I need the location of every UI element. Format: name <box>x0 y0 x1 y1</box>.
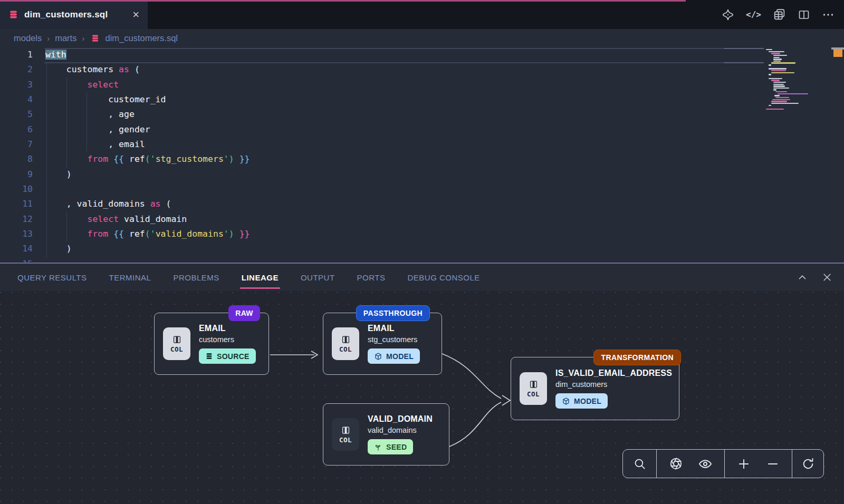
chevron-up-icon[interactable] <box>797 272 808 283</box>
eye-icon[interactable] <box>695 453 716 474</box>
breadcrumb-separator: › <box>47 34 50 43</box>
database-icon <box>205 352 213 360</box>
node-title: IS_VALID_EMAIL_ADDRESS <box>555 369 672 378</box>
close-panel-icon[interactable] <box>822 272 832 283</box>
copy-table-icon[interactable] <box>773 8 786 21</box>
column-icon: COL <box>520 372 547 405</box>
tab-output[interactable]: OUTPUT <box>301 273 335 282</box>
zoom-out-icon[interactable] <box>762 453 783 474</box>
breadcrumb-separator: › <box>82 34 84 43</box>
column-icon: COL <box>332 418 359 451</box>
cube-icon <box>562 397 570 405</box>
status-badge-passthrough: PASSTHROUGH <box>356 305 430 321</box>
tab-dim-customers[interactable]: dim_customers.sql × <box>0 0 148 29</box>
lineage-node-dim-customers[interactable]: TRANSFORMATION COL IS_VALID_EMAIL_ADDRES… <box>511 357 679 420</box>
panel-actions <box>797 272 832 283</box>
scrollbar-marker[interactable] <box>833 50 842 57</box>
aperture-icon[interactable] <box>665 453 686 474</box>
type-badge-source: SOURCE <box>199 348 256 364</box>
bottom-panel: QUERY RESULTS TERMINAL PROBLEMS LINEAGE … <box>0 263 844 504</box>
database-icon <box>91 34 100 43</box>
gutter: 123456789101112131415 <box>0 47 33 263</box>
status-badge-transformation: TRANSFORMATION <box>593 350 681 365</box>
node-title: VALID_DOMAIN <box>368 414 433 424</box>
tab-query-results[interactable]: QUERY RESULTS <box>17 273 87 282</box>
code-icon[interactable]: </> <box>746 9 761 20</box>
editor-tab-bar: dim_customers.sql × </> <box>0 0 844 29</box>
search-icon[interactable] <box>629 453 650 474</box>
lineage-toolbar <box>622 449 824 478</box>
seedling-icon <box>374 443 382 451</box>
tab-title: dim_customers.sql <box>24 9 108 20</box>
column-icon: COL <box>332 327 359 360</box>
tab-lineage[interactable]: LINEAGE <box>242 273 279 282</box>
dbt-icon[interactable] <box>722 8 734 21</box>
breadcrumb: models › marts › dim_customers.sql <box>0 29 844 47</box>
close-tab-icon[interactable]: × <box>132 9 139 21</box>
editor-actions: </> <box>722 0 835 29</box>
zoom-in-icon[interactable] <box>733 453 754 474</box>
node-subtitle: dim_customers <box>555 380 672 389</box>
panel-tab-bar: QUERY RESULTS TERMINAL PROBLEMS LINEAGE … <box>0 264 844 291</box>
current-line-border-top-right <box>724 48 764 49</box>
database-icon <box>8 9 18 20</box>
node-subtitle: valid_domains <box>368 426 433 434</box>
more-icon[interactable] <box>822 8 835 21</box>
tab-terminal[interactable]: TERMINAL <box>109 273 151 282</box>
node-title: EMAIL <box>199 324 256 333</box>
lineage-canvas[interactable]: RAW COL EMAIL customers <box>0 291 844 504</box>
node-subtitle: customers <box>199 335 256 344</box>
active-tab-accent-border <box>0 0 686 2</box>
status-badge-raw: RAW <box>228 305 260 321</box>
code-area: with customers as ( select customer_id ,… <box>45 47 250 263</box>
lineage-node-valid-domains[interactable]: COL VALID_DOMAIN valid_domains <box>323 403 449 466</box>
app-window: dim_customers.sql × </> <box>0 0 844 504</box>
refresh-icon[interactable] <box>798 453 819 474</box>
breadcrumb-item-file[interactable]: dim_customers.sql <box>105 33 178 43</box>
current-line-border-bottom-right <box>724 62 764 63</box>
split-editor-icon[interactable] <box>798 8 810 21</box>
minimap[interactable] <box>766 49 818 111</box>
node-title: EMAIL <box>368 324 420 333</box>
code-editor[interactable]: 123456789101112131415 with customers as … <box>0 47 844 263</box>
tab-debug-console[interactable]: DEBUG CONSOLE <box>408 273 480 282</box>
type-badge-model: MODEL <box>555 393 608 409</box>
type-badge-seed: SEED <box>368 439 413 454</box>
breadcrumb-item-models[interactable]: models <box>14 33 42 43</box>
breadcrumb-item-marts[interactable]: marts <box>55 33 76 43</box>
lineage-node-customers[interactable]: RAW COL EMAIL customers <box>154 313 269 375</box>
tab-problems[interactable]: PROBLEMS <box>173 273 219 282</box>
lineage-node-stg-customers[interactable]: PASSTHROUGH COL EMAIL stg_customers <box>323 313 442 375</box>
node-subtitle: stg_customers <box>368 335 420 344</box>
column-icon: COL <box>163 327 190 360</box>
cube-icon <box>374 352 382 361</box>
tab-ports[interactable]: PORTS <box>357 273 386 282</box>
type-badge-model: MODEL <box>368 348 420 364</box>
